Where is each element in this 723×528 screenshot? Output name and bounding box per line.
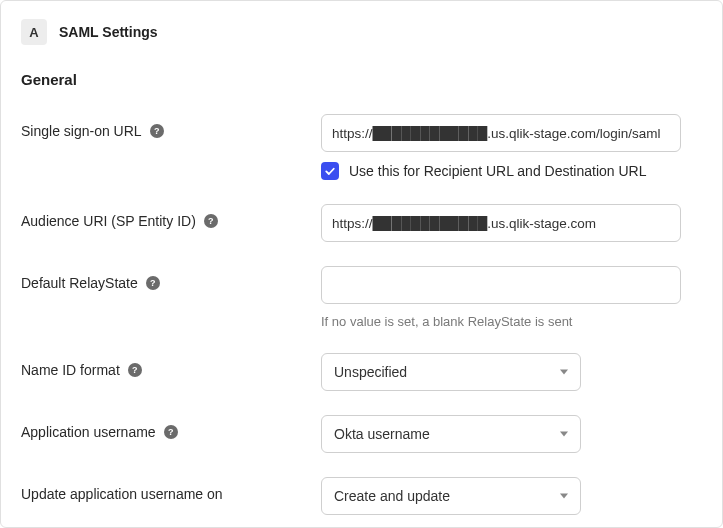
label-relay-state: Default RelayState (21, 275, 138, 291)
panel-header: A SAML Settings (21, 19, 702, 45)
checkmark-icon (324, 165, 336, 177)
select-value: Unspecified (334, 364, 407, 380)
panel-title: SAML Settings (59, 24, 158, 40)
help-icon[interactable]: ? (204, 214, 218, 228)
section-title-general: General (21, 71, 702, 88)
row-name-id-format: Name ID format ? Unspecified (21, 353, 702, 391)
label-sso-url: Single sign-on URL (21, 123, 142, 139)
row-audience-uri: Audience URI (SP Entity ID) ? (21, 204, 702, 242)
label-app-username: Application username (21, 424, 156, 440)
chevron-down-icon (560, 370, 568, 375)
row-sso-url: Single sign-on URL ? Use this for Recipi… (21, 114, 702, 180)
select-app-username[interactable]: Okta username (321, 415, 581, 453)
checkbox-label: Use this for Recipient URL and Destinati… (349, 163, 647, 179)
chevron-down-icon (560, 432, 568, 437)
input-sso-url[interactable] (321, 114, 681, 152)
help-icon[interactable]: ? (128, 363, 142, 377)
panel-badge: A (21, 19, 47, 45)
checkbox-use-for-recipient[interactable] (321, 162, 339, 180)
input-relay-state[interactable] (321, 266, 681, 304)
help-icon[interactable]: ? (150, 124, 164, 138)
label-name-id-format: Name ID format (21, 362, 120, 378)
select-value: Okta username (334, 426, 430, 442)
checkbox-row-recipient: Use this for Recipient URL and Destinati… (321, 162, 702, 180)
select-update-on[interactable]: Create and update (321, 477, 581, 515)
row-update-on: Update application username on Create an… (21, 477, 702, 515)
label-update-on: Update application username on (21, 486, 223, 502)
label-audience-uri: Audience URI (SP Entity ID) (21, 213, 196, 229)
select-value: Create and update (334, 488, 450, 504)
help-icon[interactable]: ? (146, 276, 160, 290)
row-app-username: Application username ? Okta username (21, 415, 702, 453)
help-text-relay-state: If no value is set, a blank RelayState i… (321, 314, 702, 329)
help-icon[interactable]: ? (164, 425, 178, 439)
chevron-down-icon (560, 494, 568, 499)
saml-settings-panel: A SAML Settings General Single sign-on U… (0, 0, 723, 528)
select-name-id-format[interactable]: Unspecified (321, 353, 581, 391)
row-relay-state: Default RelayState ? If no value is set,… (21, 266, 702, 329)
input-audience-uri[interactable] (321, 204, 681, 242)
